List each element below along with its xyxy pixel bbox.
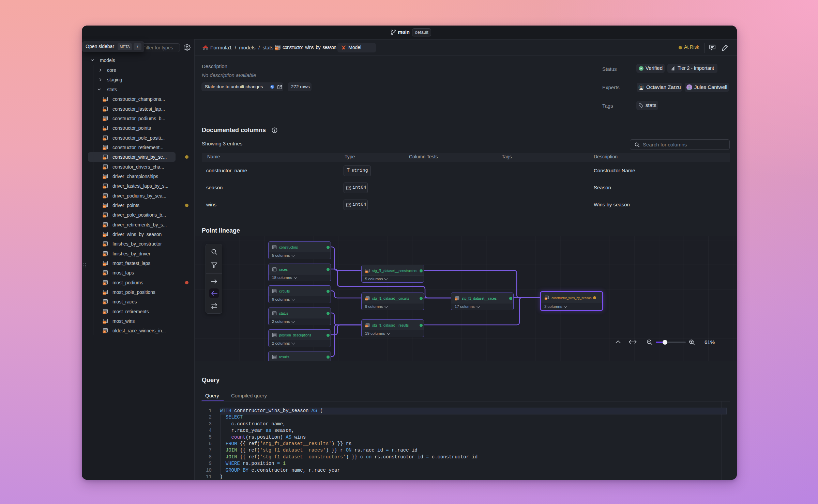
svg-text:</>: </> xyxy=(365,271,368,273)
svg-text:</>: </> xyxy=(103,167,106,169)
svg-text:</>: </> xyxy=(275,47,278,50)
svg-text:</>: </> xyxy=(103,273,106,275)
svg-text:</>: </> xyxy=(103,109,106,111)
svg-text:</>: </> xyxy=(103,176,106,178)
svg-text:</>: </> xyxy=(103,292,106,294)
svg-text:</>: </> xyxy=(103,157,106,159)
svg-text:</>: </> xyxy=(103,99,106,101)
svg-text:</>: </> xyxy=(455,299,457,300)
svg-text:12: 12 xyxy=(347,204,350,206)
svg-text:</>: </> xyxy=(103,119,106,121)
svg-text:</>: </> xyxy=(103,312,106,314)
svg-text:</>: </> xyxy=(103,138,106,140)
svg-text:</>: </> xyxy=(103,321,106,323)
svg-text:</>: </> xyxy=(103,186,106,188)
svg-text:</>: </> xyxy=(103,283,106,285)
svg-text:</>: </> xyxy=(545,298,547,300)
svg-text:</>: </> xyxy=(103,205,106,207)
svg-text:</>: </> xyxy=(103,244,106,246)
svg-text:</>: </> xyxy=(103,196,106,198)
svg-text:</>: </> xyxy=(103,263,106,265)
svg-text:</>: </> xyxy=(103,331,106,333)
svg-text:</>: </> xyxy=(103,147,106,149)
svg-text:</>: </> xyxy=(103,128,106,130)
svg-text:</>: </> xyxy=(365,299,368,300)
svg-text:</>: </> xyxy=(365,326,368,327)
svg-text:</>: </> xyxy=(103,254,106,256)
svg-text:</>: </> xyxy=(103,215,106,217)
svg-text:</>: </> xyxy=(103,234,106,236)
svg-text:12: 12 xyxy=(347,187,350,189)
svg-text:</>: </> xyxy=(103,225,106,227)
svg-text:</>: </> xyxy=(103,302,106,304)
